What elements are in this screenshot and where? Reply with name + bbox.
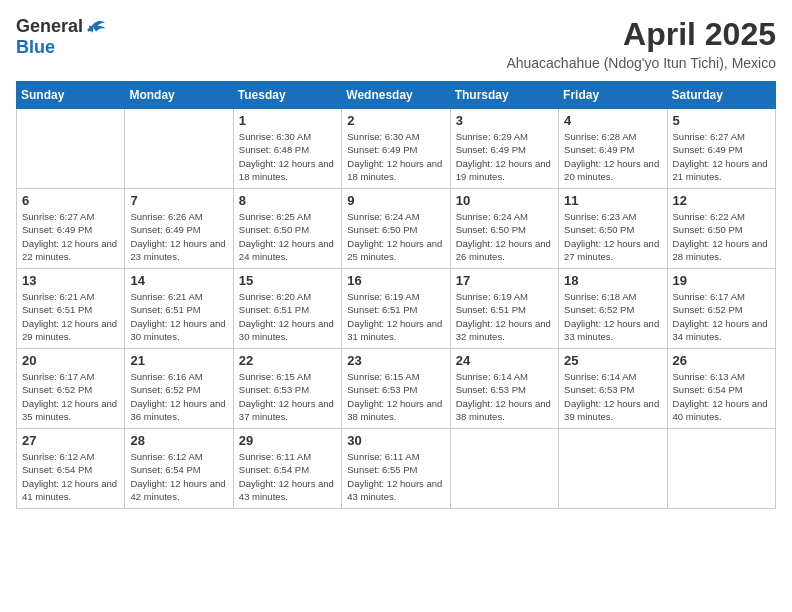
calendar-header-friday: Friday (559, 82, 667, 109)
logo-bird-icon (85, 16, 107, 38)
calendar-cell: 5Sunrise: 6:27 AM Sunset: 6:49 PM Daylig… (667, 109, 775, 189)
day-info: Sunrise: 6:14 AM Sunset: 6:53 PM Dayligh… (456, 370, 553, 423)
day-info: Sunrise: 6:11 AM Sunset: 6:54 PM Dayligh… (239, 450, 336, 503)
day-number: 25 (564, 353, 661, 368)
calendar-cell (450, 429, 558, 509)
calendar-cell: 12Sunrise: 6:22 AM Sunset: 6:50 PM Dayli… (667, 189, 775, 269)
calendar-cell (559, 429, 667, 509)
calendar-cell: 1Sunrise: 6:30 AM Sunset: 6:48 PM Daylig… (233, 109, 341, 189)
calendar-header-wednesday: Wednesday (342, 82, 450, 109)
title-area: April 2025 Ahuacachahue (Ndog'yo Itun Ti… (506, 16, 776, 71)
day-info: Sunrise: 6:27 AM Sunset: 6:49 PM Dayligh… (673, 130, 770, 183)
day-info: Sunrise: 6:24 AM Sunset: 6:50 PM Dayligh… (456, 210, 553, 263)
calendar-week-row: 13Sunrise: 6:21 AM Sunset: 6:51 PM Dayli… (17, 269, 776, 349)
calendar-cell: 16Sunrise: 6:19 AM Sunset: 6:51 PM Dayli… (342, 269, 450, 349)
calendar-header-thursday: Thursday (450, 82, 558, 109)
day-info: Sunrise: 6:29 AM Sunset: 6:49 PM Dayligh… (456, 130, 553, 183)
day-number: 8 (239, 193, 336, 208)
calendar-cell: 21Sunrise: 6:16 AM Sunset: 6:52 PM Dayli… (125, 349, 233, 429)
day-info: Sunrise: 6:24 AM Sunset: 6:50 PM Dayligh… (347, 210, 444, 263)
day-info: Sunrise: 6:15 AM Sunset: 6:53 PM Dayligh… (347, 370, 444, 423)
day-number: 28 (130, 433, 227, 448)
day-number: 23 (347, 353, 444, 368)
day-number: 6 (22, 193, 119, 208)
day-number: 18 (564, 273, 661, 288)
calendar-cell: 28Sunrise: 6:12 AM Sunset: 6:54 PM Dayli… (125, 429, 233, 509)
calendar-cell: 24Sunrise: 6:14 AM Sunset: 6:53 PM Dayli… (450, 349, 558, 429)
calendar-header-saturday: Saturday (667, 82, 775, 109)
day-info: Sunrise: 6:22 AM Sunset: 6:50 PM Dayligh… (673, 210, 770, 263)
calendar-header-row: SundayMondayTuesdayWednesdayThursdayFrid… (17, 82, 776, 109)
day-number: 27 (22, 433, 119, 448)
day-number: 2 (347, 113, 444, 128)
day-info: Sunrise: 6:16 AM Sunset: 6:52 PM Dayligh… (130, 370, 227, 423)
calendar-cell: 8Sunrise: 6:25 AM Sunset: 6:50 PM Daylig… (233, 189, 341, 269)
day-info: Sunrise: 6:12 AM Sunset: 6:54 PM Dayligh… (130, 450, 227, 503)
calendar-cell: 9Sunrise: 6:24 AM Sunset: 6:50 PM Daylig… (342, 189, 450, 269)
day-number: 17 (456, 273, 553, 288)
calendar-week-row: 27Sunrise: 6:12 AM Sunset: 6:54 PM Dayli… (17, 429, 776, 509)
day-number: 19 (673, 273, 770, 288)
day-info: Sunrise: 6:13 AM Sunset: 6:54 PM Dayligh… (673, 370, 770, 423)
calendar-cell: 3Sunrise: 6:29 AM Sunset: 6:49 PM Daylig… (450, 109, 558, 189)
calendar-cell: 30Sunrise: 6:11 AM Sunset: 6:55 PM Dayli… (342, 429, 450, 509)
day-number: 15 (239, 273, 336, 288)
day-number: 16 (347, 273, 444, 288)
calendar-header-monday: Monday (125, 82, 233, 109)
calendar-cell: 11Sunrise: 6:23 AM Sunset: 6:50 PM Dayli… (559, 189, 667, 269)
calendar-header-tuesday: Tuesday (233, 82, 341, 109)
day-number: 1 (239, 113, 336, 128)
day-number: 29 (239, 433, 336, 448)
calendar-cell: 15Sunrise: 6:20 AM Sunset: 6:51 PM Dayli… (233, 269, 341, 349)
calendar-cell: 25Sunrise: 6:14 AM Sunset: 6:53 PM Dayli… (559, 349, 667, 429)
month-title: April 2025 (506, 16, 776, 53)
calendar-cell (667, 429, 775, 509)
calendar-cell (125, 109, 233, 189)
calendar-cell: 6Sunrise: 6:27 AM Sunset: 6:49 PM Daylig… (17, 189, 125, 269)
header: General Blue April 2025 Ahuacachahue (Nd… (16, 16, 776, 71)
day-number: 3 (456, 113, 553, 128)
day-number: 14 (130, 273, 227, 288)
day-info: Sunrise: 6:30 AM Sunset: 6:48 PM Dayligh… (239, 130, 336, 183)
calendar-cell: 10Sunrise: 6:24 AM Sunset: 6:50 PM Dayli… (450, 189, 558, 269)
day-info: Sunrise: 6:30 AM Sunset: 6:49 PM Dayligh… (347, 130, 444, 183)
calendar-cell: 13Sunrise: 6:21 AM Sunset: 6:51 PM Dayli… (17, 269, 125, 349)
calendar-cell: 14Sunrise: 6:21 AM Sunset: 6:51 PM Dayli… (125, 269, 233, 349)
calendar-header-sunday: Sunday (17, 82, 125, 109)
day-info: Sunrise: 6:15 AM Sunset: 6:53 PM Dayligh… (239, 370, 336, 423)
day-info: Sunrise: 6:26 AM Sunset: 6:49 PM Dayligh… (130, 210, 227, 263)
calendar-table: SundayMondayTuesdayWednesdayThursdayFrid… (16, 81, 776, 509)
day-info: Sunrise: 6:17 AM Sunset: 6:52 PM Dayligh… (673, 290, 770, 343)
day-number: 4 (564, 113, 661, 128)
day-info: Sunrise: 6:19 AM Sunset: 6:51 PM Dayligh… (347, 290, 444, 343)
day-info: Sunrise: 6:12 AM Sunset: 6:54 PM Dayligh… (22, 450, 119, 503)
day-number: 9 (347, 193, 444, 208)
logo: General Blue (16, 16, 107, 58)
calendar-cell: 27Sunrise: 6:12 AM Sunset: 6:54 PM Dayli… (17, 429, 125, 509)
day-number: 21 (130, 353, 227, 368)
day-number: 24 (456, 353, 553, 368)
day-number: 30 (347, 433, 444, 448)
day-info: Sunrise: 6:27 AM Sunset: 6:49 PM Dayligh… (22, 210, 119, 263)
day-number: 12 (673, 193, 770, 208)
location-title: Ahuacachahue (Ndog'yo Itun Tichi), Mexic… (506, 55, 776, 71)
day-info: Sunrise: 6:28 AM Sunset: 6:49 PM Dayligh… (564, 130, 661, 183)
day-number: 5 (673, 113, 770, 128)
calendar-cell: 22Sunrise: 6:15 AM Sunset: 6:53 PM Dayli… (233, 349, 341, 429)
day-info: Sunrise: 6:14 AM Sunset: 6:53 PM Dayligh… (564, 370, 661, 423)
day-info: Sunrise: 6:23 AM Sunset: 6:50 PM Dayligh… (564, 210, 661, 263)
logo-general: General (16, 17, 83, 37)
calendar-cell (17, 109, 125, 189)
day-info: Sunrise: 6:21 AM Sunset: 6:51 PM Dayligh… (130, 290, 227, 343)
day-info: Sunrise: 6:21 AM Sunset: 6:51 PM Dayligh… (22, 290, 119, 343)
calendar-cell: 20Sunrise: 6:17 AM Sunset: 6:52 PM Dayli… (17, 349, 125, 429)
calendar-cell: 26Sunrise: 6:13 AM Sunset: 6:54 PM Dayli… (667, 349, 775, 429)
calendar-cell: 19Sunrise: 6:17 AM Sunset: 6:52 PM Dayli… (667, 269, 775, 349)
day-number: 20 (22, 353, 119, 368)
day-number: 13 (22, 273, 119, 288)
calendar-cell: 4Sunrise: 6:28 AM Sunset: 6:49 PM Daylig… (559, 109, 667, 189)
calendar-cell: 29Sunrise: 6:11 AM Sunset: 6:54 PM Dayli… (233, 429, 341, 509)
calendar-cell: 2Sunrise: 6:30 AM Sunset: 6:49 PM Daylig… (342, 109, 450, 189)
logo-blue: Blue (16, 38, 107, 58)
day-info: Sunrise: 6:18 AM Sunset: 6:52 PM Dayligh… (564, 290, 661, 343)
